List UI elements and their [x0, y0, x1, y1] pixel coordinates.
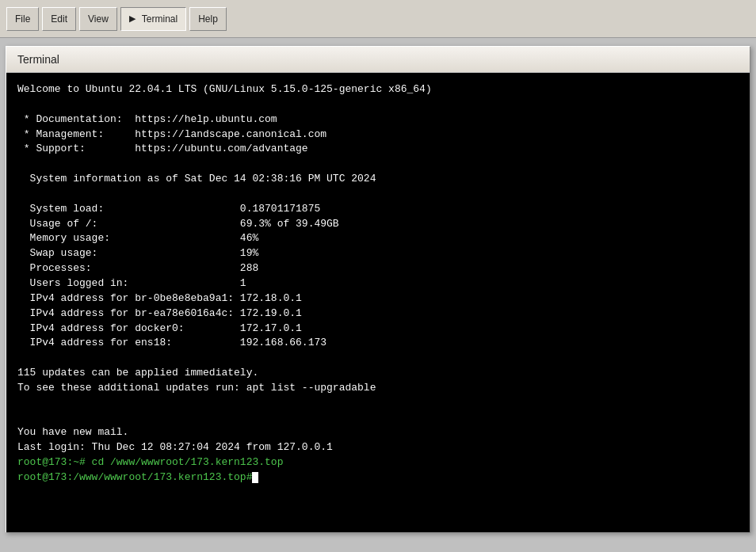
window-titlebar: Terminal — [6, 47, 750, 73]
taskbar-terminal[interactable]: ▶ Terminal — [120, 7, 186, 31]
taskbar-help[interactable]: Help — [189, 7, 227, 31]
terminal-icon: ▶ — [129, 13, 136, 24]
taskbar-file-label: File — [15, 13, 30, 25]
taskbar: File Edit View ▶ Terminal Help — [0, 0, 756, 38]
terminal-window: Terminal Welcome to Ubuntu 22.04.1 LTS (… — [6, 46, 750, 533]
taskbar-file[interactable]: File — [6, 7, 39, 31]
taskbar-edit-label: Edit — [51, 13, 67, 25]
window-title: Terminal — [17, 53, 59, 66]
taskbar-edit[interactable]: Edit — [42, 7, 76, 31]
terminal-body[interactable]: Welcome to Ubuntu 22.04.1 LTS (GNU/Linux… — [6, 73, 750, 532]
taskbar-terminal-label: Terminal — [142, 13, 178, 25]
taskbar-view[interactable]: View — [79, 7, 117, 31]
taskbar-view-label: View — [88, 13, 109, 25]
taskbar-help-label: Help — [198, 13, 218, 25]
